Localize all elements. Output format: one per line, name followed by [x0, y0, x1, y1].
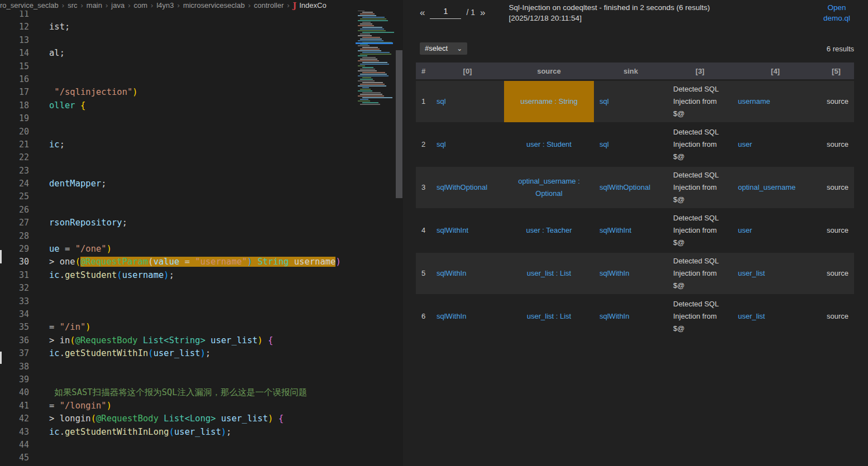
result-cell-4[interactable]: username: [732, 81, 818, 122]
result-cell-4-link[interactable]: user: [738, 226, 752, 234]
breadcrumb-separator-icon: ›: [80, 1, 83, 9]
result-cell-0[interactable]: sqlWithIn: [431, 296, 504, 337]
result-cell-4[interactable]: optinal_username: [732, 167, 818, 208]
result-cell-sink-link[interactable]: sqlWithIn: [600, 312, 629, 320]
code-line: 17 "/sqlinjection"): [0, 86, 356, 99]
editor-scrollbar[interactable]: [395, 0, 403, 466]
result-cell-sink-link[interactable]: sqlWithIn: [600, 269, 629, 277]
result-cell-source-link[interactable]: user_list : List: [527, 312, 571, 320]
result-cell-sink[interactable]: sql: [594, 81, 668, 122]
minimap-code-line: [358, 75, 389, 76]
result-cell-sink[interactable]: sql: [594, 124, 668, 165]
result-cell-sink[interactable]: sqlWithIn: [594, 253, 668, 294]
breadcrumb-item[interactable]: com: [134, 1, 148, 9]
result-cell-0-link[interactable]: sql: [437, 97, 446, 105]
result-cell-0-link[interactable]: sqlWithInt: [437, 226, 468, 234]
editor-scrollbar-thumb[interactable]: [396, 50, 402, 198]
code-token: > in: [49, 335, 70, 345]
minimap-code-line: [360, 13, 375, 15]
line-number: 23: [0, 165, 29, 177]
results-count: 6 results: [827, 45, 854, 53]
result-cell-source[interactable]: user : Teacher: [504, 210, 594, 251]
chevron-down-icon: ⌄: [457, 46, 462, 51]
breadcrumb-item[interactable]: main: [87, 1, 102, 9]
breadcrumb-file[interactable]: JIndexCo: [293, 1, 327, 10]
breadcrumb-item[interactable]: microserviceseclab: [183, 1, 245, 9]
minimap[interactable]: [356, 0, 395, 466]
result-cell-0-link[interactable]: sql: [437, 140, 446, 148]
column-header[interactable]: source: [504, 63, 594, 79]
line-number: 22: [0, 151, 29, 164]
code-line: 38: [0, 361, 356, 373]
code-editor[interactable]: 1112ist;1314al;151617 "/sqlinjection")18…: [0, 8, 356, 465]
result-cell-source[interactable]: user_list : List: [504, 253, 594, 294]
result-cell-0[interactable]: sqlWithOptional: [431, 167, 504, 208]
result-cell-source[interactable]: user : Student: [504, 124, 594, 165]
result-cell-4[interactable]: user: [732, 210, 818, 251]
prev-run-icon[interactable]: «: [420, 8, 425, 17]
result-cell-0[interactable]: sql: [431, 124, 504, 165]
result-cell-sink[interactable]: sqlWithOptional: [594, 167, 668, 208]
breadcrumb-item[interactable]: ro_service_seclab: [0, 1, 59, 9]
code-token: (: [148, 348, 153, 358]
result-cell-0[interactable]: sql: [431, 81, 504, 122]
open-query-link[interactable]: Open demo.ql: [818, 2, 856, 23]
result-cell-sink[interactable]: sqlWithInt: [594, 210, 668, 251]
result-cell-4[interactable]: user_list: [732, 296, 818, 337]
minimap-code-line: [362, 52, 390, 53]
column-header[interactable]: [0]: [431, 63, 504, 79]
result-cell-0[interactable]: sqlWithIn: [431, 253, 504, 294]
minimap-code-line: [360, 64, 389, 65]
result-cell-source-link[interactable]: username : String: [520, 97, 578, 105]
column-header[interactable]: [4]: [732, 63, 818, 79]
result-cell-4[interactable]: user: [732, 124, 818, 165]
result-number: 3: [416, 167, 431, 208]
result-cell-5: source: [818, 253, 854, 294]
breadcrumb-separator-icon: ›: [151, 1, 153, 9]
result-cell-sink-link[interactable]: sqlWithInt: [600, 226, 631, 234]
table-row: 2sqluser : StudentsqlDetected SQL Inject…: [416, 124, 854, 165]
column-header[interactable]: #: [416, 63, 431, 79]
result-cell-0-link[interactable]: sqlWithIn: [437, 312, 466, 320]
result-cell-4-link[interactable]: user_list: [738, 269, 765, 277]
breadcrumb-separator-icon: ›: [128, 1, 130, 9]
result-cell-source[interactable]: user_list : List: [504, 296, 594, 337]
column-header[interactable]: sink: [594, 63, 668, 79]
column-header[interactable]: [3]: [668, 63, 732, 79]
code-line: 18oller {: [0, 99, 356, 112]
breadcrumb-item[interactable]: l4yn3: [156, 1, 174, 9]
column-header[interactable]: [5]: [818, 63, 854, 79]
result-cell-4-link[interactable]: username: [738, 97, 770, 105]
breadcrumb[interactable]: ro_service_seclab›src›main›java›com›l4yn…: [0, 0, 403, 11]
page-input[interactable]: [430, 6, 461, 19]
breadcrumb-item[interactable]: controller: [254, 1, 284, 9]
code-token: user_list: [221, 414, 268, 424]
result-cell-sink-link[interactable]: sql: [600, 97, 609, 105]
breadcrumb-item[interactable]: src: [68, 1, 77, 9]
minimap-code-line: [362, 62, 387, 63]
result-cell-4-link[interactable]: user: [738, 140, 752, 148]
minimap-code-line: [358, 80, 375, 81]
next-run-icon[interactable]: »: [480, 8, 485, 17]
result-cell-source-link[interactable]: user : Student: [526, 140, 572, 148]
result-cell-source[interactable]: username : String: [504, 81, 594, 122]
result-cell-0-link[interactable]: sqlWithIn: [437, 269, 466, 277]
result-cell-0-link[interactable]: sqlWithOptional: [437, 183, 487, 191]
result-cell-source-link[interactable]: user : Teacher: [526, 226, 572, 234]
result-cell-source[interactable]: optinal_username : Optional: [504, 167, 594, 208]
result-cell-source-link[interactable]: optinal_username : Optional: [518, 177, 580, 198]
breadcrumb-item[interactable]: java: [111, 1, 124, 9]
result-cell-source-link[interactable]: user_list : List: [527, 269, 571, 277]
result-cell-0[interactable]: sqlWithInt: [431, 210, 504, 251]
code-token: oller: [49, 100, 80, 111]
result-cell-4-link[interactable]: user_list: [738, 312, 765, 320]
code-token: =: [60, 244, 75, 254]
result-cell-sink-link[interactable]: sqlWithOptional: [600, 183, 650, 191]
result-cell-4-link[interactable]: optinal_username: [738, 183, 795, 191]
minimap-code-line: [362, 27, 382, 28]
result-cell-sink-link[interactable]: sql: [600, 140, 609, 148]
result-cell-sink[interactable]: sqlWithIn: [594, 296, 668, 337]
select-dropdown[interactable]: #select ⌄: [420, 42, 467, 55]
result-cell-4[interactable]: user_list: [732, 253, 818, 294]
code-line: 39: [0, 373, 356, 386]
